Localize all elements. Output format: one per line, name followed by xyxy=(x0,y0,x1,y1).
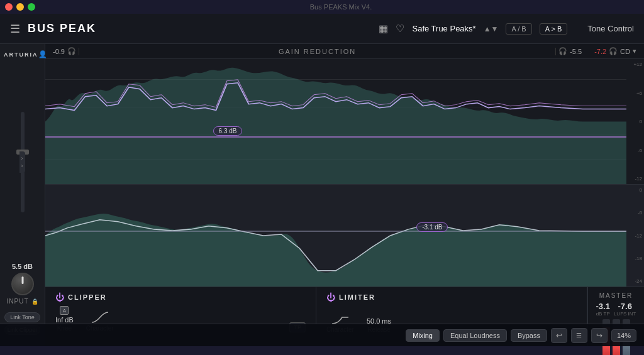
traffic-lights xyxy=(5,3,35,11)
library-icon[interactable]: ▦ xyxy=(379,23,388,35)
bypass-button[interactable]: Bypass xyxy=(511,329,547,342)
clipper-header: ⏻ CLIPPER xyxy=(55,292,306,302)
plugin-window: ☰ BUS PEAK ▦ ♡ Safe True Peaks* ▲▼ A / B… xyxy=(0,14,644,346)
gr-left-value: -0.9 xyxy=(53,48,65,55)
master-tp-unit: dB TP xyxy=(596,311,610,317)
lower-waveform-svg xyxy=(45,185,626,287)
arturia-logo: ARTURIA xyxy=(4,52,38,58)
upper-threshold-label[interactable]: 6.3 dB xyxy=(213,126,243,136)
gr-left-icon: 🎧 xyxy=(67,47,76,55)
tone-control-label: Tone Control xyxy=(587,24,634,33)
plugin-header: ☰ BUS PEAK ▦ ♡ Safe True Peaks* ▲▼ A / B… xyxy=(0,14,644,44)
nav-arrow-down[interactable]: › xyxy=(21,163,23,169)
bottom-bar: Mixing Equal Loudness Bypass ↩ ☰ ↪ 14% xyxy=(0,324,644,346)
scale-0: 0 xyxy=(628,119,642,124)
preset-name[interactable]: Safe True Peaks* xyxy=(412,24,475,33)
master-lufs-value: -7.6 xyxy=(618,302,632,311)
link-tone-button[interactable]: Link Tone xyxy=(4,312,41,322)
plugin-name: BUS PEAK xyxy=(28,22,96,35)
master-lufs-group: -7.6 LUFS INT xyxy=(614,302,636,317)
gr-label: GAIN REDUCTION xyxy=(79,48,556,55)
user-icon: 👤 xyxy=(38,50,47,58)
equal-loudness-button[interactable]: Equal Loudness xyxy=(443,329,507,342)
gr-right-icon2: 🎧 xyxy=(609,47,618,55)
scale-12: +12 xyxy=(628,62,642,67)
redo-button[interactable]: ↪ xyxy=(591,328,608,343)
lower-scale-0: 0 xyxy=(628,187,642,193)
undo-button[interactable]: ↩ xyxy=(551,328,567,343)
title-bar: Bus PEAKS Mix V4. xyxy=(0,0,644,14)
clipper-power-icon[interactable]: ⏻ xyxy=(55,292,64,302)
clipper-a-badge: A xyxy=(60,306,69,315)
nav-arrow-up[interactable]: › xyxy=(21,155,23,161)
lower-scale-neg18: -18 xyxy=(628,256,642,261)
lower-scale-neg12: -12 xyxy=(628,233,642,239)
master-lufs-unit: LUFS INT xyxy=(614,311,636,317)
input-knob[interactable] xyxy=(11,273,34,295)
gr-dropdown-icon[interactable]: ▾ xyxy=(633,47,636,55)
menu-icon: ☰ xyxy=(576,332,582,339)
upper-threshold-line xyxy=(45,136,626,138)
lower-threshold-label[interactable]: -3.1 dB xyxy=(416,222,448,232)
limiter-title: LIMITER xyxy=(339,293,375,301)
undo-icon: ↩ xyxy=(556,331,562,340)
limiter-character-curve[interactable] xyxy=(331,312,350,325)
clipper-title: CLIPPER xyxy=(68,293,107,301)
upper-waveform-svg xyxy=(45,59,626,184)
lower-waveform: -3.1 dB 0 -6 -12 -18 -24 xyxy=(45,185,644,287)
lower-scale-neg6: -6 xyxy=(628,210,642,216)
gr-right-value: -5.5 xyxy=(570,48,582,55)
gr-right-icon: 🎧 xyxy=(558,47,567,55)
left-panel: ARTURIA 👤 › › 5.5 dB INPUT xyxy=(0,44,45,346)
input-label: INPUT xyxy=(7,298,29,305)
gain-reduction-bar: -0.9 🎧 GAIN REDUCTION 🎧 -5.5 -7.2 🎧 CD ▾ xyxy=(45,44,644,59)
traffic-light-close[interactable] xyxy=(5,3,13,11)
lower-scale-neg24: -24 xyxy=(628,278,642,284)
menu-button[interactable]: ☰ xyxy=(571,328,587,343)
ab-arrow-icon[interactable]: ▲▼ xyxy=(484,25,499,33)
master-tp-value: -3.1 xyxy=(596,302,610,311)
lower-scale: 0 -6 -12 -18 -24 xyxy=(626,185,644,287)
gr-cd-label: CD xyxy=(620,48,630,55)
lower-threshold-line xyxy=(45,231,626,232)
header-controls: ▦ ♡ Safe True Peaks* ▲▼ A / B A > B Tone… xyxy=(379,23,634,35)
nav-arrows: › › xyxy=(19,151,25,173)
ab-compare-button[interactable]: A > B xyxy=(540,23,568,35)
ab-button[interactable]: A / B xyxy=(506,23,531,35)
window-title: Bus PEAKS Mix V4. xyxy=(43,3,639,11)
traffic-light-fullscreen[interactable] xyxy=(28,3,35,11)
gr-master-value: -7.2 xyxy=(594,48,606,55)
zoom-level: 14% xyxy=(611,329,636,342)
limiter-header: ⏻ LIMITER xyxy=(326,292,577,302)
redo-icon: ↪ xyxy=(596,331,602,340)
scale-neg6: -6 xyxy=(628,148,642,153)
hamburger-icon[interactable]: ☰ xyxy=(10,22,20,36)
clipper-knee-value: Inf dB xyxy=(55,316,74,324)
heart-icon[interactable]: ♡ xyxy=(396,23,404,35)
input-lock-icon: 🔒 xyxy=(31,298,38,305)
input-db-value: 5.5 dB xyxy=(12,263,33,270)
master-tp-group: -3.1 dB TP xyxy=(596,302,610,317)
clipper-character-curve[interactable] xyxy=(91,311,109,324)
main-content: ARTURIA 👤 › › 5.5 dB INPUT xyxy=(0,44,644,346)
traffic-light-minimize[interactable] xyxy=(16,3,24,11)
master-label: MASTER xyxy=(599,292,633,299)
scale-neg12: -12 xyxy=(628,176,642,182)
limiter-power-icon[interactable]: ⏻ xyxy=(326,292,335,302)
upper-scale: +12 +6 0 -6 -12 xyxy=(626,59,644,184)
master-values-row: -3.1 dB TP -7.6 LUFS INT xyxy=(596,302,636,317)
center-area: -0.9 🎧 GAIN REDUCTION 🎧 -5.5 -7.2 🎧 CD ▾ xyxy=(45,44,644,346)
mixing-button[interactable]: Mixing xyxy=(406,329,440,342)
upper-waveform: 6.3 dB +12 +6 0 -6 -12 xyxy=(45,59,644,185)
scale-6: +6 xyxy=(628,90,642,96)
